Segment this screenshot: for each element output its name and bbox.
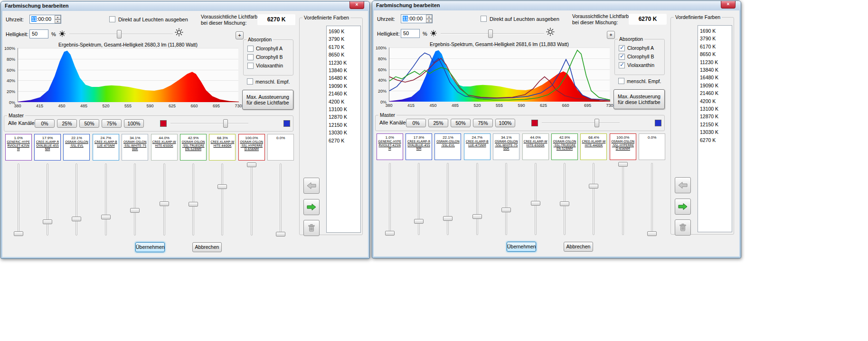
master-percent-button[interactable]: 50% (79, 119, 99, 128)
delete-button[interactable] (303, 220, 320, 236)
channel-box[interactable]: 22.1% OSRAM-OSLON-SSL-EVL (434, 133, 461, 160)
channel-name[interactable]: OSRAM-OSLON-SSL-EVL (64, 140, 89, 148)
channel-slider[interactable] (434, 162, 462, 237)
color-list-item[interactable]: 21460 K (327, 90, 360, 97)
red-color-square[interactable] (160, 120, 167, 127)
brightness-slider[interactable] (69, 30, 173, 38)
helligkeit-input[interactable]: 50 (401, 29, 420, 38)
color-list-item[interactable]: 11230 K (327, 59, 360, 66)
slider-thumb[interactable] (217, 184, 227, 189)
color-list-item[interactable]: 6270 K (698, 136, 732, 144)
color-list-item[interactable]: 19090 K (327, 82, 360, 90)
abbrechen-button[interactable]: Abbrechen (192, 242, 222, 252)
red-color-square[interactable] (531, 120, 538, 126)
channel-slider[interactable] (266, 162, 295, 237)
menschl-checkbox[interactable] (247, 78, 253, 85)
close-button[interactable]: × (721, 1, 736, 9)
absorption-checkbox[interactable] (247, 46, 254, 52)
channel-box[interactable]: 34.1% OSRAM-OSLON-SSL-WHITE-7500K (493, 133, 519, 160)
channel-box[interactable]: 17.9% CREE-XLAMP-ROYALBLUE-455NM (34, 134, 61, 161)
move-right-button[interactable] (675, 199, 691, 215)
color-list-item[interactable]: 4200 K (327, 98, 360, 105)
channel-name[interactable]: CREE-XLAMP-WHITE-4400K (581, 140, 606, 147)
channel-box[interactable]: 68.3% CREE-XLAMP-WHITE-4400K (209, 134, 236, 161)
channel-slider[interactable] (179, 162, 208, 237)
channel-name[interactable]: OSRAM-OSLON-SSL-TRUEGREEN-528NM (552, 140, 577, 151)
titlebar[interactable]: Farbmischung bearbeiten × (1, 1, 369, 11)
color-list-item[interactable]: 1690 K (327, 28, 360, 35)
max-aussteuerung-button[interactable]: Max. Aussteuerung für diese Lichtfarbe (613, 89, 665, 109)
color-list-item[interactable]: 8650 K (698, 50, 732, 58)
channel-box[interactable]: 68.4% CREE-XLAMP-WHITE-4400K (580, 133, 607, 160)
channel-name[interactable]: GENERIC-HYPERVIOLET-425NM (6, 140, 31, 152)
color-list-item[interactable]: 8650 K (327, 51, 360, 58)
channel-name[interactable]: OSRAM-OSLON-SSL-TRUEGREEN-528NM (180, 140, 206, 152)
slider-thumb[interactable] (14, 231, 23, 236)
slider-thumb[interactable] (223, 119, 228, 128)
channel-slider[interactable] (91, 162, 120, 237)
move-left-button[interactable] (303, 178, 320, 194)
slider-thumb[interactable] (117, 30, 122, 38)
color-list-item[interactable]: 6170 K (327, 43, 360, 51)
absorption-checkbox[interactable] (247, 63, 254, 69)
channel-box[interactable]: 34.1% OSRAM-OSLON-SSL-WHITE-7500K (122, 134, 148, 161)
absorption-checkbox[interactable] (619, 62, 625, 68)
absorption-checkbox[interactable] (619, 54, 625, 60)
channel-slider[interactable] (462, 162, 491, 237)
channel-name[interactable]: OSRAM-OSLON-SSL-EVL (435, 140, 461, 147)
predefined-colors-list[interactable]: 1690 K 3790 K 6170 K 8650 K 11230 K 1384… (698, 25, 732, 232)
channel-name[interactable]: CREE-XLAMP-ROYALBLUE-455NM (406, 140, 432, 151)
channel-slider[interactable] (579, 162, 608, 237)
slider-thumb[interactable] (488, 29, 493, 38)
channel-name[interactable]: CREE-XLAMP-ROYALBLUE-455NM (35, 140, 60, 152)
slider-thumb[interactable] (247, 162, 256, 167)
delete-button[interactable] (675, 219, 691, 236)
close-button[interactable]: × (349, 1, 364, 9)
color-list-item[interactable]: 1690 K (698, 27, 732, 35)
color-list-item[interactable]: 19090 K (698, 82, 732, 89)
slider-thumb[interactable] (160, 201, 169, 206)
master-percent-button[interactable]: 75% (102, 119, 122, 128)
channel-box[interactable]: 100.0% OSRAM-OSLON-SSL-HYPERRED-656NM (610, 133, 636, 160)
menschl-checkbox[interactable] (618, 78, 624, 84)
time-input[interactable]: 11:00:00 ▲ ▼ (29, 15, 61, 24)
color-list-item[interactable]: 16480 K (698, 74, 732, 81)
slider-thumb[interactable] (101, 215, 111, 219)
abbrechen-button[interactable]: Abbrechen (564, 242, 593, 252)
move-left-button[interactable] (675, 177, 691, 193)
slider-thumb[interactable] (43, 219, 52, 224)
master-percent-button[interactable]: 0% (406, 119, 426, 127)
master-percent-button[interactable]: 100% (124, 119, 144, 128)
master-percent-button[interactable]: 75% (473, 119, 493, 127)
blue-color-square[interactable] (655, 120, 661, 126)
move-right-button[interactable] (303, 199, 320, 215)
color-list-item[interactable]: 13100 K (698, 105, 732, 113)
spinner-up-button[interactable]: ▲ (426, 15, 432, 19)
channel-name[interactable]: OSRAM-OSLON-SSL-WHITE-7500K (493, 140, 519, 151)
color-list-item[interactable]: 13030 K (698, 128, 732, 136)
color-list-item[interactable]: 12870 K (698, 113, 732, 120)
slider-thumb[interactable] (618, 162, 628, 167)
color-list-item[interactable]: 12150 K (327, 121, 360, 129)
channel-slider[interactable] (550, 162, 579, 237)
slider-thumb[interactable] (72, 217, 81, 221)
color-list-item[interactable]: 13840 K (698, 66, 732, 74)
channel-name[interactable]: CREE-XLAMP-BLUE-475NM (464, 140, 490, 147)
color-list-item[interactable]: 12150 K (698, 121, 732, 128)
slider-thumb[interactable] (531, 201, 540, 206)
slider-thumb[interactable] (594, 119, 599, 127)
channel-slider[interactable] (150, 162, 179, 237)
titlebar[interactable]: Farbmischung bearbeiten × (372, 1, 741, 10)
master-slider[interactable] (542, 119, 620, 127)
master-slider[interactable] (170, 119, 248, 128)
channel-box[interactable]: 24.7% CREE-XLAMP-BLUE-475NM (464, 133, 491, 160)
add-button[interactable]: + (607, 31, 615, 39)
uebernehmen-button[interactable]: Übernehmen (135, 242, 165, 252)
channel-slider[interactable] (521, 162, 550, 237)
predefined-colors-list[interactable]: 1690 K 3790 K 6170 K 8650 K 11230 K 1384… (326, 26, 361, 233)
channel-box[interactable]: 0.0% (639, 133, 665, 160)
channel-slider[interactable] (638, 162, 667, 237)
add-button[interactable]: + (236, 31, 244, 39)
max-aussteuerung-button[interactable]: Max. Aussteuerung für diese Lichtfarbe (242, 90, 293, 110)
channel-name[interactable]: GENERIC-HYPERVIOLET-425NM (377, 140, 403, 151)
